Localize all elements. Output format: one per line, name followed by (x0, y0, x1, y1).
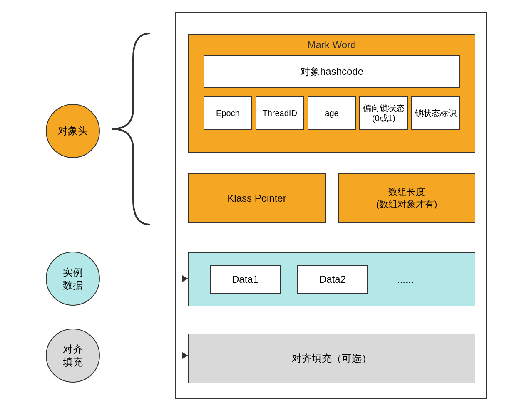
padding-label-1: 对齐 (63, 343, 83, 356)
klass-pointer-label: Klass Pointer (227, 193, 286, 204)
object-layout-container: Mark Word 对象hashcode Epoch ThreadID age … (175, 12, 487, 399)
padding-text: 对齐填充（可选） (292, 352, 372, 365)
instance-data-box: Data1 Data2 ...... (188, 252, 475, 306)
field-age: age (308, 96, 356, 130)
field-biased-lock: 偏向锁状态(0或1) (359, 96, 408, 130)
hashcode-label: 对象hashcode (300, 65, 363, 78)
field-threadid: ThreadID (256, 96, 304, 130)
array-length-box: 数组长度 (数组对象才有) (338, 173, 475, 223)
arrow-instance (100, 279, 183, 279)
hashcode-box: 对象hashcode (204, 55, 460, 88)
more-dots: ...... (397, 274, 414, 285)
data2-cell: Data2 (297, 265, 368, 294)
instance-data-label-2: 数据 (63, 279, 83, 292)
instance-data-circle: 实例 数据 (46, 252, 100, 306)
arrow-padding (100, 356, 183, 356)
field-epoch: Epoch (204, 96, 252, 130)
brace-icon (108, 33, 154, 225)
padding-box: 对齐填充（可选） (188, 334, 475, 383)
field-lock-state: 锁状态标识 (411, 96, 460, 130)
array-length-label-1: 数组长度 (388, 186, 425, 198)
padding-label-2: 填充 (63, 356, 83, 368)
klass-pointer-box: Klass Pointer (188, 173, 326, 223)
mark-word-fields: Epoch ThreadID age 偏向锁状态(0或1) 锁状态标识 (204, 96, 460, 130)
instance-data-label-1: 实例 (63, 266, 83, 279)
padding-circle: 对齐 填充 (46, 329, 100, 383)
mark-word-title: Mark Word (189, 35, 475, 55)
data1-cell: Data1 (210, 265, 281, 294)
object-header-circle: 对象头 (46, 104, 100, 158)
mark-word-box: Mark Word 对象hashcode Epoch ThreadID age … (188, 34, 475, 153)
object-header-label: 对象头 (58, 124, 88, 137)
array-length-label-2: (数组对象才有) (376, 198, 437, 210)
